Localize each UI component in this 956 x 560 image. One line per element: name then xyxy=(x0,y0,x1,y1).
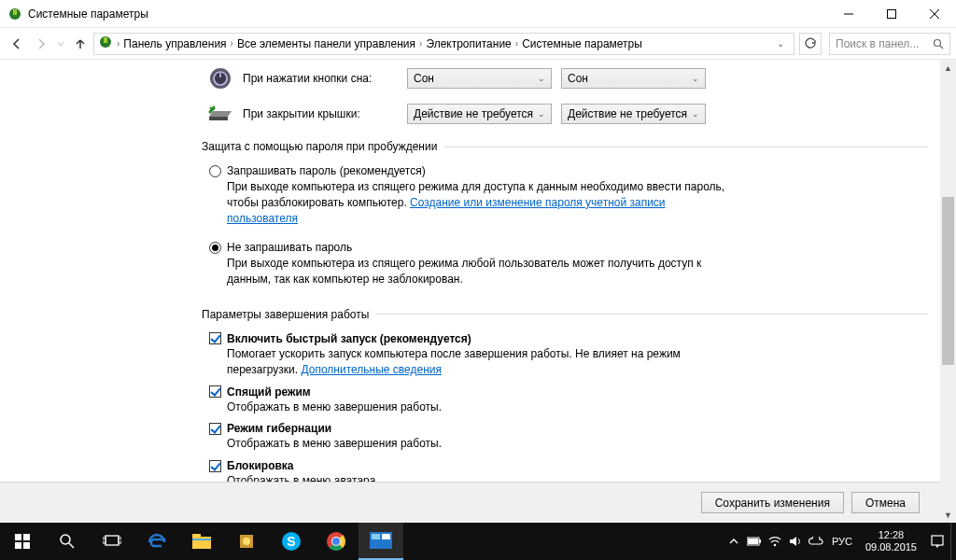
up-button[interactable] xyxy=(69,33,91,55)
volume-icon[interactable] xyxy=(785,536,806,547)
onedrive-icon[interactable] xyxy=(806,537,826,546)
svg-rect-36 xyxy=(382,534,390,539)
close-button[interactable] xyxy=(913,0,956,27)
require-password-desc: При выходе компьютера из спящего режима … xyxy=(209,179,732,226)
lid-close-row: При закрытии крышки: Действие не требует… xyxy=(205,101,928,127)
chevron-down-icon: ⌄ xyxy=(538,74,545,83)
save-button[interactable]: Сохранить изменения xyxy=(701,492,844,513)
control-panel-taskbar[interactable] xyxy=(358,523,403,560)
scroll-track[interactable] xyxy=(940,76,956,507)
language-indicator[interactable]: РУС xyxy=(826,536,858,547)
svg-line-18 xyxy=(69,543,74,548)
scroll-down-icon[interactable]: ▼ xyxy=(940,507,956,523)
fast-startup-option: Включить быстрый запуск (рекомендуется) … xyxy=(202,332,928,378)
scrollbar[interactable]: ▲ ▼ xyxy=(940,60,956,523)
clock-date: 09.08.2015 xyxy=(865,541,917,553)
chevron-right-icon: › xyxy=(515,38,518,49)
window-title: Системные параметры xyxy=(28,7,827,21)
fast-startup-label: Включить быстрый запуск (рекомендуется) xyxy=(227,332,471,345)
lock-checkbox[interactable] xyxy=(209,460,221,472)
app-icon-1[interactable] xyxy=(224,523,269,560)
hibernate-checkbox[interactable] xyxy=(209,423,221,435)
svg-rect-21 xyxy=(119,538,121,543)
lid-close-battery-dropdown[interactable]: Действие не требуется⌄ xyxy=(407,104,552,124)
breadcrumb-icon xyxy=(98,35,113,52)
svg-rect-15 xyxy=(15,542,21,549)
no-password-desc: При выходе компьютера из спящего режима … xyxy=(209,256,732,287)
breadcrumb-item[interactable]: Все элементы панели управления xyxy=(237,37,415,50)
app-icon xyxy=(7,7,22,21)
svg-rect-24 xyxy=(192,539,211,540)
cancel-button[interactable]: Отмена xyxy=(851,492,920,513)
sleep-checkbox[interactable] xyxy=(209,385,221,398)
svg-rect-16 xyxy=(23,542,30,549)
scroll-up-icon[interactable]: ▲ xyxy=(940,60,956,76)
taskview-button[interactable] xyxy=(90,523,134,560)
svg-rect-22 xyxy=(192,537,211,549)
hibernate-option: Режим гибернации Отображать в меню завер… xyxy=(202,422,928,452)
lid-close-icon xyxy=(205,101,235,127)
content-area: При нажатии кнопки сна: Сон⌄ Сон⌄ При за… xyxy=(0,60,956,523)
sleep-button-row: При нажатии кнопки сна: Сон⌄ Сон⌄ xyxy=(205,65,928,91)
battery-icon[interactable] xyxy=(744,537,765,546)
require-password-label: Запрашивать пароль (рекомендуется) xyxy=(227,164,426,177)
search-input[interactable]: Поиск в панел... xyxy=(829,33,950,55)
more-info-link[interactable]: Дополнительные сведения xyxy=(301,363,441,376)
file-explorer-icon[interactable] xyxy=(179,523,224,560)
tray-chevron-up-icon[interactable] xyxy=(724,537,744,546)
svg-point-26 xyxy=(243,538,250,545)
breadcrumb-item[interactable]: Электропитание xyxy=(426,37,511,50)
svg-rect-1 xyxy=(13,9,17,15)
svg-point-8 xyxy=(935,39,941,46)
hibernate-label: Режим гибернации xyxy=(227,422,331,435)
clock[interactable]: 12:28 09.08.2015 xyxy=(858,529,924,553)
search-placeholder: Поиск в панел... xyxy=(836,37,919,50)
sleep-label: Спящий режим xyxy=(227,385,311,399)
fast-startup-checkbox[interactable] xyxy=(209,332,221,344)
password-section: Защита с помощью пароля при пробуждении … xyxy=(202,140,928,287)
no-password-option: Не запрашивать пароль При выходе компьют… xyxy=(202,241,928,287)
svg-rect-23 xyxy=(192,534,201,538)
svg-rect-14 xyxy=(23,534,30,540)
edge-icon[interactable] xyxy=(134,523,179,560)
svg-rect-7 xyxy=(104,37,107,43)
skype-icon[interactable]: S xyxy=(269,523,314,560)
shutdown-section: Параметры завершения работы Включить быс… xyxy=(202,308,928,489)
chevron-right-icon: › xyxy=(231,38,233,49)
footer: Сохранить изменения Отмена xyxy=(0,482,940,523)
require-password-radio[interactable] xyxy=(209,165,221,177)
password-section-title: Защита с помощью пароля при пробуждении xyxy=(202,140,437,153)
svg-rect-19 xyxy=(105,536,119,545)
chevron-down-icon[interactable]: ⌄ xyxy=(771,38,790,49)
notifications-icon[interactable] xyxy=(924,535,950,548)
hibernate-desc: Отображать в меню завершения работы. xyxy=(209,436,732,452)
sleep-button-plugged-dropdown[interactable]: Сон⌄ xyxy=(561,68,706,89)
svg-point-33 xyxy=(332,538,340,545)
scroll-thumb[interactable] xyxy=(942,197,954,365)
search-taskbar[interactable] xyxy=(45,523,90,560)
breadcrumb-item[interactable]: Панель управления xyxy=(123,37,226,50)
svg-line-9 xyxy=(940,46,943,49)
forward-button[interactable] xyxy=(30,33,52,55)
no-password-radio[interactable] xyxy=(209,242,221,254)
show-desktop[interactable] xyxy=(950,523,956,560)
lock-label: Блокировка xyxy=(227,459,294,472)
maximize-button[interactable] xyxy=(870,0,913,27)
fast-startup-desc: Помогает ускорить запуск компьютера посл… xyxy=(209,346,732,378)
sleep-button-icon xyxy=(205,65,235,91)
back-button[interactable] xyxy=(6,33,28,55)
minimize-button[interactable] xyxy=(827,0,870,27)
chevron-down-icon: ⌄ xyxy=(692,109,699,119)
refresh-button[interactable] xyxy=(799,33,822,55)
chrome-icon[interactable] xyxy=(314,523,358,560)
breadcrumb-item[interactable]: Системные параметры xyxy=(522,37,642,50)
svg-point-40 xyxy=(774,544,777,547)
recent-dropdown[interactable] xyxy=(54,33,67,55)
lid-close-plugged-dropdown[interactable]: Действие не требуется⌄ xyxy=(561,104,706,124)
start-button[interactable] xyxy=(0,523,45,560)
shutdown-section-title: Параметры завершения работы xyxy=(202,308,369,321)
wifi-icon[interactable] xyxy=(765,536,785,547)
sleep-button-battery-dropdown[interactable]: Сон⌄ xyxy=(407,68,552,89)
sleep-desc: Отображать в меню завершения работы. xyxy=(209,399,732,415)
breadcrumb[interactable]: › Панель управления › Все элементы панел… xyxy=(93,33,794,55)
